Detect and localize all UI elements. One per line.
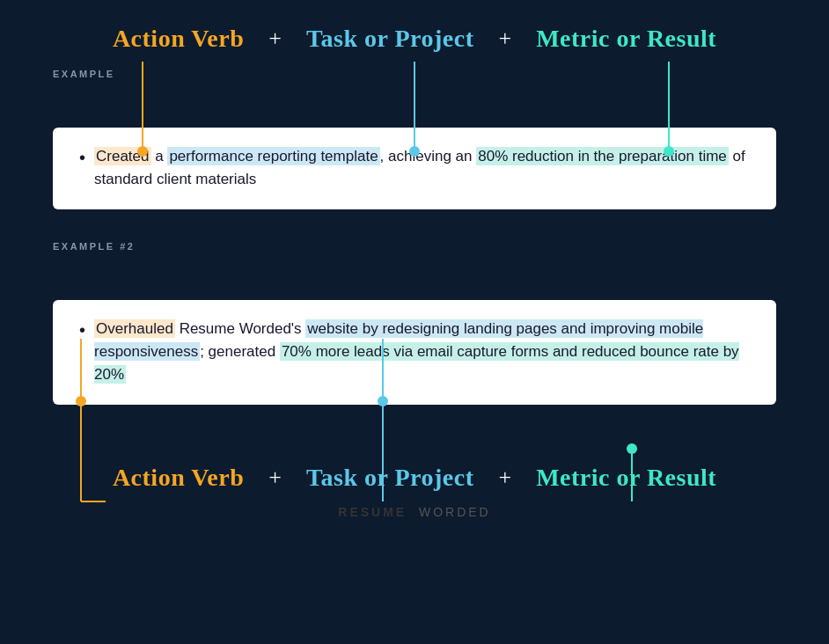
action-verb-bottom: Action Verb xyxy=(113,464,244,492)
example2-label: EXAMPLE #2 xyxy=(0,225,829,252)
action-verb-top: Action Verb xyxy=(113,25,244,53)
plus-1-bottom: + xyxy=(268,465,282,491)
connector-area-2 xyxy=(53,252,776,300)
example1-label: EXAMPLE xyxy=(0,53,829,79)
metric-bottom: Metric or Result xyxy=(536,464,716,492)
example2-action-verb: Overhauled xyxy=(94,319,175,338)
footer-brand: RESUME WORDED xyxy=(338,505,490,519)
example1-metric: 80% reduction in the preparation time xyxy=(476,147,729,165)
example1-pre-task: a xyxy=(151,148,168,165)
connector-area-3 xyxy=(0,405,829,453)
bullet-2: • xyxy=(79,318,85,342)
example1-pre-metric: , achieving an xyxy=(380,148,477,165)
footer-resume: RESUME xyxy=(338,505,407,519)
plus-1-top: + xyxy=(268,26,282,52)
example1-action-verb: Created xyxy=(94,147,150,165)
example2-pre-metric: ; generated xyxy=(200,343,280,360)
task-top: Task or Project xyxy=(306,25,474,53)
example1-text: Created a performance reporting template… xyxy=(94,145,750,192)
plus-2-top: + xyxy=(498,26,511,52)
footer-worded: WORDED xyxy=(419,505,491,519)
bottom-formula-row: Action Verb + Task or Project + Metric o… xyxy=(0,453,829,492)
footer: RESUME WORDED xyxy=(0,492,829,520)
plus-2-bottom: + xyxy=(498,465,511,491)
example2-text: Overhauled Resume Worded's website by re… xyxy=(94,318,750,387)
bullet-1: • xyxy=(79,145,85,170)
metric-top: Metric or Result xyxy=(536,25,716,53)
example2-pre-task: Resume Worded's xyxy=(175,320,305,337)
example1-box: • Created a performance reporting templa… xyxy=(53,128,776,209)
connector-area-1 xyxy=(53,79,776,128)
example2-box: • Overhauled Resume Worded's website by … xyxy=(53,300,776,405)
example1-task: performance reporting template xyxy=(167,147,379,165)
page-container: Action Verb + Task or Project + Metric o… xyxy=(0,0,829,644)
top-formula-row: Action Verb + Task or Project + Metric o… xyxy=(0,0,829,53)
task-bottom: Task or Project xyxy=(306,464,474,492)
